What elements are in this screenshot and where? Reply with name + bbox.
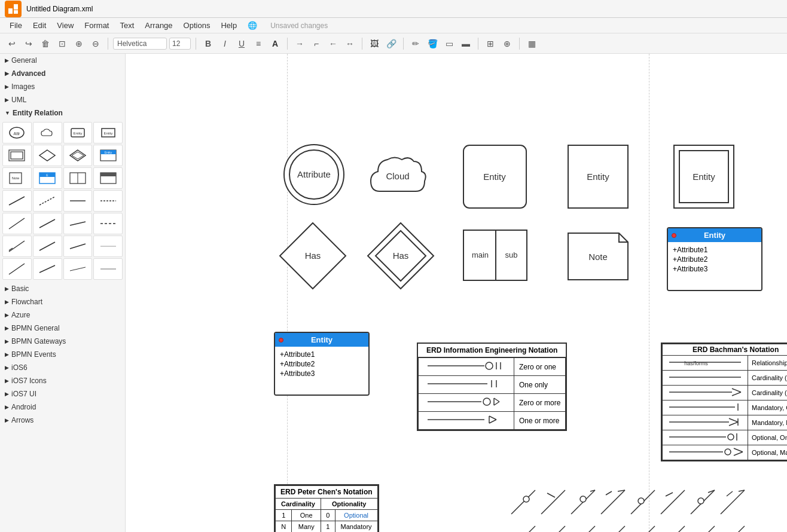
menu-arrange[interactable]: Arrange [140, 20, 177, 31]
cloud-shape[interactable]: Cloud [365, 146, 431, 208]
zoom-in-button[interactable]: ⊕ [72, 36, 86, 51]
sidebar-icon-diag8[interactable] [93, 236, 123, 257]
sidebar-icon-diag2[interactable] [33, 213, 62, 234]
sidebar-item-bpmn-gateways[interactable]: ▶ BPMN Gateways [0, 335, 125, 348]
sidebar-icon-cloud[interactable] [33, 122, 62, 143]
sidebar-icon-diag7[interactable] [63, 236, 93, 257]
line-bend-button[interactable]: ⌐ [309, 36, 324, 51]
entity-double-shape[interactable]: Entity [671, 142, 737, 213]
sidebar-icon-diag5[interactable] [2, 236, 32, 257]
sidebar-icon-diag1[interactable] [2, 213, 32, 234]
sidebar-icon-line4[interactable] [93, 190, 123, 212]
font-color-button[interactable]: A [268, 36, 282, 51]
sidebar-item-general[interactable]: ▶ General [0, 54, 125, 67]
svg-line-86 [732, 392, 741, 396]
sidebar-item-ios6[interactable]: ▶ iOS6 [0, 361, 125, 374]
sidebar-item-uml[interactable]: ▶ UML [0, 93, 125, 106]
sidebar-item-bpmn-events[interactable]: ▶ BPMN Events [0, 348, 125, 361]
sidebar-item-flowchart[interactable]: ▶ Flowchart [0, 295, 125, 308]
sidebar-item-ios7-icons[interactable]: ▶ iOS7 Icons [0, 374, 125, 387]
sidebar-item-azure[interactable]: ▶ Azure [0, 308, 125, 322]
table-row: Mandatory, One [663, 400, 788, 415]
fit-button[interactable]: ⊡ [55, 36, 69, 51]
sidebar-icon-attribute[interactable]: Attr [2, 122, 32, 143]
sidebar-icon-line2[interactable] [33, 190, 62, 212]
delete-button[interactable]: 🗑 [38, 36, 53, 51]
sidebar-icon-diag3[interactable] [63, 213, 93, 234]
svg-line-27 [39, 197, 55, 205]
arrow-right-button[interactable]: → [292, 36, 307, 51]
entity-table-1[interactable]: Entity +Attribute1 +Attribute2 +Attribut… [667, 227, 762, 291]
sidebar-icon-diag10[interactable] [33, 258, 62, 280]
attribute-shape[interactable]: Attribute [281, 140, 347, 211]
canvas-area[interactable]: Attribute Cloud Entity [126, 54, 787, 532]
menu-format[interactable]: Format [80, 20, 114, 31]
sidebar-icon-diag4[interactable] [93, 213, 123, 234]
sidebar-icon-entity-blue[interactable]: E [33, 167, 62, 189]
menu-globe[interactable]: 🌐 [243, 20, 262, 31]
arrow-left-button[interactable]: ← [326, 36, 340, 51]
sidebar-icon-diamond2[interactable] [63, 145, 93, 166]
rect-button[interactable]: ▭ [442, 36, 456, 51]
align-left-button[interactable]: ≡ [251, 36, 266, 51]
sidebar-item-android[interactable]: ▶ Android [0, 400, 125, 414]
link-button[interactable]: 🔗 [384, 36, 398, 51]
diamond-double-shape[interactable]: Has [365, 220, 437, 293]
grid-button[interactable]: ⊞ [483, 36, 498, 51]
sidebar-icon-entity1[interactable]: Entity [63, 122, 93, 143]
image-button[interactable]: 🖼 [367, 36, 382, 51]
chevron-advanced: ▶ [5, 71, 9, 77]
sidebar-icon-diag6[interactable] [33, 236, 62, 257]
menu-edit[interactable]: Edit [28, 20, 51, 31]
font-name-input[interactable] [113, 38, 167, 50]
arrow-both-button[interactable]: ↔ [343, 36, 357, 51]
sidebar-icon-diag9[interactable] [2, 258, 32, 280]
sidebar-icon-entity-table1[interactable]: Entity [93, 145, 123, 166]
menu-options[interactable]: Options [179, 20, 215, 31]
erd-lines-bottom [508, 472, 787, 532]
zoom-out-button[interactable]: ⊖ [89, 36, 103, 51]
shadow-button[interactable]: ▬ [459, 36, 473, 51]
undo-button[interactable]: ↩ [5, 36, 19, 51]
sidebar-item-ios7-ui[interactable]: ▶ iOS7 UI [0, 387, 125, 400]
sidebar-icon-entity-cols[interactable] [63, 167, 93, 189]
attr-2-3: +Attribute3 [280, 369, 364, 378]
entity-sharp-shape[interactable]: Entity [565, 142, 631, 213]
sidebar-icon-line3[interactable] [63, 190, 93, 212]
sidebar-icon-entity2[interactable]: Entity [93, 122, 123, 143]
entity-table-2[interactable]: Entity +Attribute1 +Attribute2 +Attribut… [274, 332, 370, 396]
sub-entity-shape[interactable]: main sub [462, 229, 528, 283]
sidebar-item-bpmn-general[interactable]: ▶ BPMN General [0, 322, 125, 335]
sidebar-icon-diag11[interactable] [63, 258, 93, 280]
sidebar-item-basic[interactable]: ▶ Basic [0, 282, 125, 295]
sidebar-item-images[interactable]: ▶ Images [0, 80, 125, 93]
redo-button[interactable]: ↪ [22, 36, 36, 51]
menu-text[interactable]: Text [115, 20, 139, 31]
menu-help[interactable]: Help [216, 20, 242, 31]
menu-file[interactable]: File [5, 20, 27, 31]
panel-button[interactable]: ▦ [524, 36, 539, 51]
sidebar-icon-note[interactable]: Note [2, 167, 32, 189]
sidebar-icon-diag12[interactable] [93, 258, 123, 280]
italic-button[interactable]: I [218, 36, 232, 51]
fill-color-button[interactable]: 🪣 [425, 36, 440, 51]
menu-view[interactable]: View [52, 20, 78, 31]
sidebar-item-arrows[interactable]: ▶ Arrows [0, 414, 125, 427]
sidebar-icon-entity-double[interactable] [2, 145, 32, 166]
erd-bachman-table: ERD Bachman's Notation has/forms Relatio… [661, 343, 787, 461]
underline-button[interactable]: U [234, 36, 249, 51]
font-size-input[interactable] [169, 38, 191, 50]
entity-rounded-shape[interactable]: Entity [460, 142, 529, 213]
bold-button[interactable]: B [201, 36, 215, 51]
note-shape[interactable]: Note [565, 230, 631, 285]
line-color-button[interactable]: ✏ [408, 36, 423, 51]
sidebar-icon-diamond1[interactable] [33, 145, 62, 166]
diamond-simple-shape[interactable]: Has [277, 220, 349, 293]
sidebar-item-entity-relation[interactable]: ▼ Entity Relation [0, 106, 125, 120]
insert-button[interactable]: ⊕ [500, 36, 514, 51]
sidebar-item-advanced[interactable]: ▶ Advanced [0, 67, 125, 80]
sidebar-icon-entity-rows[interactable] [93, 167, 123, 189]
bachman-label-4: Mandatory, One [748, 400, 788, 415]
svg-text:Has: Has [393, 250, 409, 261]
sidebar-icon-line1[interactable] [2, 190, 32, 212]
